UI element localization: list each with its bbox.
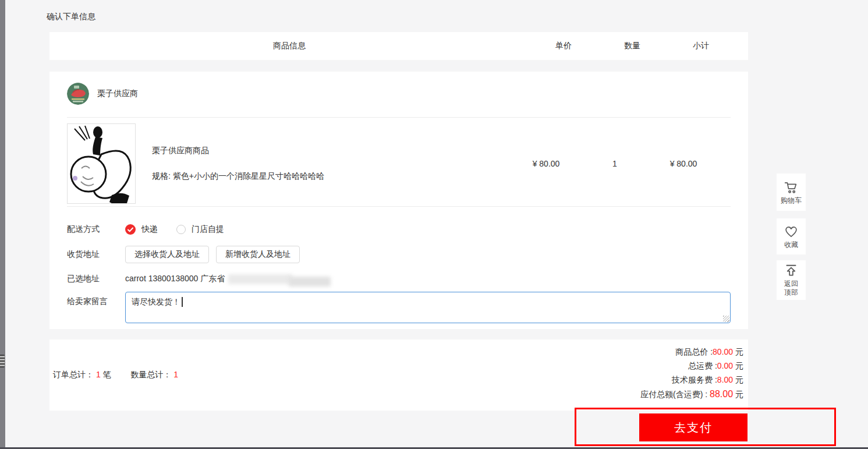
back-to-top-button[interactable]: 返回 顶部: [777, 260, 806, 300]
seller-message-row: 给卖家留言 请尽快发货！: [67, 292, 731, 323]
favorites-label: 收藏: [784, 241, 798, 249]
order-total-label: 订单总计：: [53, 370, 94, 379]
product-image[interactable]: [67, 123, 136, 204]
supplier-avatar: [67, 83, 89, 105]
left-edge-panel: [0, 0, 5, 449]
order-confirm-page: 确认下单信息 商品信息 单价 数量 小计 栗子供应商: [0, 0, 868, 449]
order-totals: 订单总计： 1 笔 数量总计： 1: [49, 370, 178, 380]
price-summary: 商品总价 :80.00 元 总运费 :0.00 元 技术服务费 :8.00 元 …: [640, 340, 748, 411]
back-to-top-label-1: 返回: [784, 280, 798, 288]
order-table-header: 商品信息 单价 数量 小计: [49, 32, 748, 60]
cart-icon: [784, 180, 799, 195]
summary-goods-total: 商品总价 :80.00 元: [640, 345, 743, 359]
summary-service-fee: 技术服务费 :8.00 元: [640, 373, 743, 387]
column-header-subtotal: 小计: [667, 41, 735, 51]
selected-address-value: carrot 13800138000 广东省: [125, 274, 225, 284]
summary-shipping-fee: 总运费 :0.00 元: [640, 359, 743, 373]
textarea-resize-grip[interactable]: [723, 316, 729, 322]
quantity-total-value: 1: [173, 370, 178, 379]
seller-message-label: 给卖家留言: [67, 296, 125, 307]
text-caret: [182, 297, 183, 307]
order-total-unit: 笔: [103, 370, 111, 379]
quantity-total-label: 数量总计：: [130, 370, 171, 379]
delivery-method-label: 配送方式: [67, 224, 125, 235]
product-spec: 规格: 紫色+小小的一个消除星星尺寸哈哈哈哈哈: [152, 171, 324, 182]
supplier-name[interactable]: 栗子供应商: [97, 89, 138, 99]
order-total-value: 1: [96, 370, 101, 379]
radio-express-selected[interactable]: [125, 224, 136, 235]
order-card: 栗子供应商: [49, 72, 748, 329]
pay-button[interactable]: 去支付: [639, 413, 747, 441]
delivery-method-row: 配送方式 快递 门店自提: [67, 223, 731, 236]
heart-icon: [784, 224, 799, 239]
favorites-shortcut[interactable]: 收藏: [777, 218, 806, 254]
floating-sidebar: 购物车 收藏 返回 顶部: [777, 174, 806, 300]
delivery-option-store-pickup[interactable]: 门店自提: [192, 224, 224, 235]
page-title: 确认下单信息: [47, 12, 95, 22]
summary-payable-total: 应付总额(含运费) : 88.00 元: [640, 387, 743, 402]
shipping-address-label: 收货地址: [67, 249, 125, 260]
divider: [67, 206, 731, 207]
selected-address-label: 已选地址: [67, 274, 125, 284]
add-address-button[interactable]: 新增收货人及地址: [216, 246, 300, 263]
supplier-row: 栗子供应商: [67, 82, 731, 105]
product-name[interactable]: 栗子供应商商品: [152, 146, 324, 156]
column-header-unit-price: 单价: [529, 41, 598, 51]
seller-message-input[interactable]: 请尽快发货！: [125, 292, 731, 323]
order-summary-panel: 订单总计： 1 笔 数量总计： 1 商品总价 :80.00 元 总运费 :0.0…: [49, 340, 748, 411]
delivery-option-express[interactable]: 快递: [141, 224, 158, 235]
product-row: 栗子供应商商品 规格: 紫色+小小的一个消除星星尺寸哈哈哈哈哈 ¥ 80.00 …: [67, 123, 731, 204]
back-to-top-label-2: 顶部: [784, 288, 798, 297]
radio-store-pickup-unselected[interactable]: [176, 225, 186, 234]
product-unit-price: ¥ 80.00: [512, 159, 580, 168]
cart-label: 购物车: [781, 196, 802, 205]
divider: [67, 117, 731, 118]
column-header-product-info: 商品信息: [49, 41, 529, 51]
product-subtotal: ¥ 80.00: [649, 159, 718, 168]
docked-panel-handle-icon[interactable]: [0, 355, 5, 367]
back-to-top-icon: [784, 263, 799, 278]
cart-shortcut[interactable]: 购物车: [777, 174, 806, 211]
selected-address-row: 已选地址 carrot 13800138000 广东省: [67, 273, 731, 285]
product-quantity: 1: [580, 159, 649, 168]
column-header-quantity: 数量: [598, 41, 667, 51]
shipping-address-row: 收货地址 选择收货人及地址 新增收货人及地址: [67, 245, 731, 264]
redacted-address-blur: [228, 274, 331, 284]
select-address-button[interactable]: 选择收货人及地址: [125, 246, 209, 263]
